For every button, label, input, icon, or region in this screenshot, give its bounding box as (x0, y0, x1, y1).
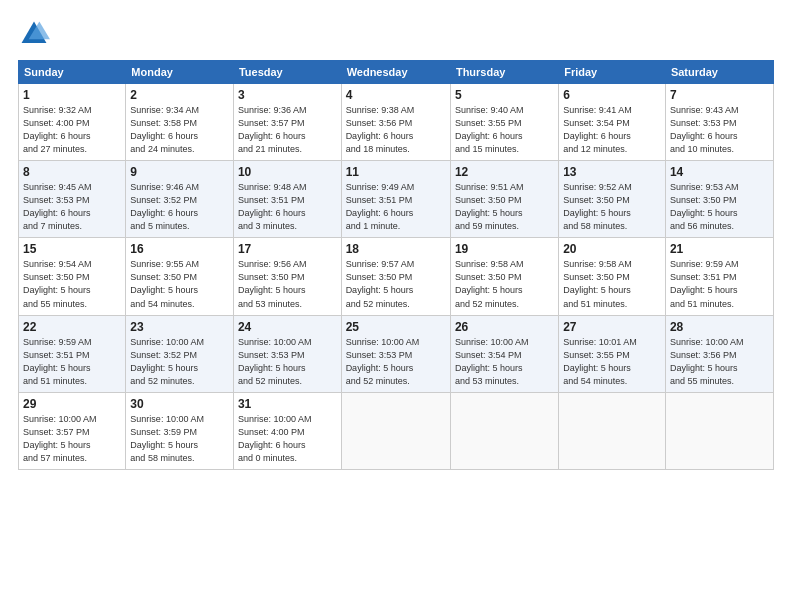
calendar-week-5: 29Sunrise: 10:00 AM Sunset: 3:57 PM Dayl… (19, 392, 774, 469)
calendar-cell (450, 392, 558, 469)
day-info: Sunrise: 9:52 AM Sunset: 3:50 PM Dayligh… (563, 181, 661, 233)
day-info: Sunrise: 9:40 AM Sunset: 3:55 PM Dayligh… (455, 104, 554, 156)
day-number: 15 (23, 242, 121, 256)
day-number: 27 (563, 320, 661, 334)
day-info: Sunrise: 9:58 AM Sunset: 3:50 PM Dayligh… (563, 258, 661, 310)
day-info: Sunrise: 10:00 AM Sunset: 4:00 PM Daylig… (238, 413, 337, 465)
calendar-cell: 13Sunrise: 9:52 AM Sunset: 3:50 PM Dayli… (559, 161, 666, 238)
calendar-cell: 29Sunrise: 10:00 AM Sunset: 3:57 PM Dayl… (19, 392, 126, 469)
day-number: 14 (670, 165, 769, 179)
day-info: Sunrise: 9:43 AM Sunset: 3:53 PM Dayligh… (670, 104, 769, 156)
calendar-cell: 15Sunrise: 9:54 AM Sunset: 3:50 PM Dayli… (19, 238, 126, 315)
weekday-header-row: SundayMondayTuesdayWednesdayThursdayFrid… (19, 61, 774, 84)
day-info: Sunrise: 9:32 AM Sunset: 4:00 PM Dayligh… (23, 104, 121, 156)
weekday-header-tuesday: Tuesday (233, 61, 341, 84)
day-info: Sunrise: 9:41 AM Sunset: 3:54 PM Dayligh… (563, 104, 661, 156)
calendar-cell: 21Sunrise: 9:59 AM Sunset: 3:51 PM Dayli… (665, 238, 773, 315)
calendar-cell: 19Sunrise: 9:58 AM Sunset: 3:50 PM Dayli… (450, 238, 558, 315)
day-number: 4 (346, 88, 446, 102)
day-number: 21 (670, 242, 769, 256)
calendar-cell: 11Sunrise: 9:49 AM Sunset: 3:51 PM Dayli… (341, 161, 450, 238)
day-info: Sunrise: 9:36 AM Sunset: 3:57 PM Dayligh… (238, 104, 337, 156)
day-info: Sunrise: 9:34 AM Sunset: 3:58 PM Dayligh… (130, 104, 229, 156)
day-number: 6 (563, 88, 661, 102)
day-info: Sunrise: 9:49 AM Sunset: 3:51 PM Dayligh… (346, 181, 446, 233)
day-number: 22 (23, 320, 121, 334)
calendar-cell: 25Sunrise: 10:00 AM Sunset: 3:53 PM Dayl… (341, 315, 450, 392)
calendar-week-1: 1Sunrise: 9:32 AM Sunset: 4:00 PM Daylig… (19, 84, 774, 161)
day-number: 16 (130, 242, 229, 256)
calendar-cell: 6Sunrise: 9:41 AM Sunset: 3:54 PM Daylig… (559, 84, 666, 161)
calendar-cell: 12Sunrise: 9:51 AM Sunset: 3:50 PM Dayli… (450, 161, 558, 238)
calendar-cell: 10Sunrise: 9:48 AM Sunset: 3:51 PM Dayli… (233, 161, 341, 238)
calendar-cell: 27Sunrise: 10:01 AM Sunset: 3:55 PM Dayl… (559, 315, 666, 392)
day-number: 3 (238, 88, 337, 102)
calendar-cell: 9Sunrise: 9:46 AM Sunset: 3:52 PM Daylig… (126, 161, 234, 238)
calendar-week-4: 22Sunrise: 9:59 AM Sunset: 3:51 PM Dayli… (19, 315, 774, 392)
calendar-cell: 22Sunrise: 9:59 AM Sunset: 3:51 PM Dayli… (19, 315, 126, 392)
day-number: 1 (23, 88, 121, 102)
calendar-cell: 16Sunrise: 9:55 AM Sunset: 3:50 PM Dayli… (126, 238, 234, 315)
day-number: 13 (563, 165, 661, 179)
day-number: 23 (130, 320, 229, 334)
day-info: Sunrise: 9:54 AM Sunset: 3:50 PM Dayligh… (23, 258, 121, 310)
day-number: 9 (130, 165, 229, 179)
calendar-cell: 20Sunrise: 9:58 AM Sunset: 3:50 PM Dayli… (559, 238, 666, 315)
day-info: Sunrise: 10:00 AM Sunset: 3:56 PM Daylig… (670, 336, 769, 388)
header (18, 18, 774, 50)
calendar-week-3: 15Sunrise: 9:54 AM Sunset: 3:50 PM Dayli… (19, 238, 774, 315)
day-number: 20 (563, 242, 661, 256)
day-number: 24 (238, 320, 337, 334)
day-number: 31 (238, 397, 337, 411)
day-info: Sunrise: 10:00 AM Sunset: 3:53 PM Daylig… (346, 336, 446, 388)
day-info: Sunrise: 10:00 AM Sunset: 3:53 PM Daylig… (238, 336, 337, 388)
weekday-header-thursday: Thursday (450, 61, 558, 84)
logo (18, 18, 56, 50)
day-info: Sunrise: 10:00 AM Sunset: 3:59 PM Daylig… (130, 413, 229, 465)
day-info: Sunrise: 10:00 AM Sunset: 3:54 PM Daylig… (455, 336, 554, 388)
day-info: Sunrise: 10:01 AM Sunset: 3:55 PM Daylig… (563, 336, 661, 388)
day-number: 18 (346, 242, 446, 256)
calendar-cell: 24Sunrise: 10:00 AM Sunset: 3:53 PM Dayl… (233, 315, 341, 392)
weekday-header-wednesday: Wednesday (341, 61, 450, 84)
weekday-header-friday: Friday (559, 61, 666, 84)
calendar-cell: 2Sunrise: 9:34 AM Sunset: 3:58 PM Daylig… (126, 84, 234, 161)
day-number: 30 (130, 397, 229, 411)
day-info: Sunrise: 9:57 AM Sunset: 3:50 PM Dayligh… (346, 258, 446, 310)
calendar-cell: 7Sunrise: 9:43 AM Sunset: 3:53 PM Daylig… (665, 84, 773, 161)
weekday-header-saturday: Saturday (665, 61, 773, 84)
calendar-cell (341, 392, 450, 469)
day-info: Sunrise: 9:59 AM Sunset: 3:51 PM Dayligh… (670, 258, 769, 310)
day-info: Sunrise: 9:38 AM Sunset: 3:56 PM Dayligh… (346, 104, 446, 156)
calendar-cell: 30Sunrise: 10:00 AM Sunset: 3:59 PM Dayl… (126, 392, 234, 469)
calendar-cell: 31Sunrise: 10:00 AM Sunset: 4:00 PM Dayl… (233, 392, 341, 469)
calendar-cell: 17Sunrise: 9:56 AM Sunset: 3:50 PM Dayli… (233, 238, 341, 315)
day-number: 8 (23, 165, 121, 179)
day-number: 2 (130, 88, 229, 102)
day-info: Sunrise: 10:00 AM Sunset: 3:52 PM Daylig… (130, 336, 229, 388)
calendar-table: SundayMondayTuesdayWednesdayThursdayFrid… (18, 60, 774, 470)
day-number: 10 (238, 165, 337, 179)
day-number: 12 (455, 165, 554, 179)
day-info: Sunrise: 9:46 AM Sunset: 3:52 PM Dayligh… (130, 181, 229, 233)
calendar-cell (559, 392, 666, 469)
day-number: 25 (346, 320, 446, 334)
calendar-cell: 5Sunrise: 9:40 AM Sunset: 3:55 PM Daylig… (450, 84, 558, 161)
calendar-cell (665, 392, 773, 469)
calendar-cell: 4Sunrise: 9:38 AM Sunset: 3:56 PM Daylig… (341, 84, 450, 161)
day-number: 26 (455, 320, 554, 334)
day-info: Sunrise: 9:51 AM Sunset: 3:50 PM Dayligh… (455, 181, 554, 233)
calendar-cell: 23Sunrise: 10:00 AM Sunset: 3:52 PM Dayl… (126, 315, 234, 392)
calendar-cell: 1Sunrise: 9:32 AM Sunset: 4:00 PM Daylig… (19, 84, 126, 161)
weekday-header-monday: Monday (126, 61, 234, 84)
calendar-cell: 3Sunrise: 9:36 AM Sunset: 3:57 PM Daylig… (233, 84, 341, 161)
day-number: 7 (670, 88, 769, 102)
day-number: 29 (23, 397, 121, 411)
day-info: Sunrise: 9:48 AM Sunset: 3:51 PM Dayligh… (238, 181, 337, 233)
calendar-week-2: 8Sunrise: 9:45 AM Sunset: 3:53 PM Daylig… (19, 161, 774, 238)
calendar-cell: 28Sunrise: 10:00 AM Sunset: 3:56 PM Dayl… (665, 315, 773, 392)
day-info: Sunrise: 9:58 AM Sunset: 3:50 PM Dayligh… (455, 258, 554, 310)
calendar-cell: 8Sunrise: 9:45 AM Sunset: 3:53 PM Daylig… (19, 161, 126, 238)
calendar-cell: 18Sunrise: 9:57 AM Sunset: 3:50 PM Dayli… (341, 238, 450, 315)
day-number: 5 (455, 88, 554, 102)
